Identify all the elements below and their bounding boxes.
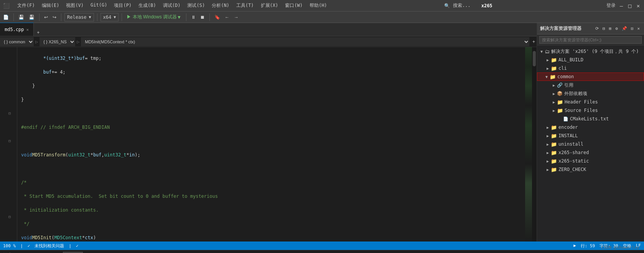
menu-tools[interactable]: 工具(T) [233,2,257,10]
x265shared-icon: 📁 [551,150,557,156]
solution-expand-arrow: ▼ [539,49,545,54]
collapse-button[interactable]: ⊟ [601,26,606,31]
build-config-dropdown[interactable]: Release ▼ [64,13,94,21]
close-button[interactable]: ✕ [636,3,641,8]
tab-close-button[interactable]: ✕ [26,27,29,32]
char-info: 字符: 30 [600,243,618,249]
nav-back-button[interactable]: ← [223,14,231,21]
run-icon: ▶ [573,243,576,249]
tree-item-allbuild[interactable]: ▶ 📁 ALL_BUILD [537,56,644,64]
tree-item-common[interactable]: ▼ 📁 common [537,72,644,81]
namespace-selector[interactable]: { } common [0,37,34,46]
solution-root-item[interactable]: ▼ 🗂 解决方案 'x265' (9 个项目，共 9 个) [537,47,644,56]
tree-item-install[interactable]: ▶ 📁 INSTALL [537,131,644,140]
nav-forward-button[interactable]: → [232,14,240,21]
tree-item-header-files[interactable]: ▶ 📁 Header Files [537,98,644,106]
error-icon: ✓ [28,243,30,248]
maximize-button[interactable]: □ [627,3,632,8]
tab-filename: md5.cpp [5,27,24,32]
menu-extensions[interactable]: 扩展(X) [258,2,282,10]
menu-build[interactable]: 生成(B) [135,2,159,10]
solution-tree: ▼ 🗂 解决方案 'x265' (9 个项目，共 9 个) ▶ 📁 ALL_BU… [537,46,644,242]
encoding-info: LF [636,243,641,249]
platform-arrow: ▼ [114,15,116,19]
references-label: 引用 [564,82,573,89]
save-button[interactable]: 💾 [17,14,26,21]
search-icon: 🔍 [444,3,450,8]
status-separator-1: | [20,243,23,248]
scope-selector[interactable]: { } X265_NS [40,37,75,46]
close-panel-button[interactable]: ✕ [636,26,641,31]
redo-button[interactable]: ↪ [51,14,58,21]
cli-label: cli [558,66,567,71]
solution-search-input[interactable] [539,36,642,44]
sync-button[interactable]: ⟳ [594,26,600,31]
header-files-label: Header Files [565,99,598,105]
solution-icon: 🗂 [545,49,550,54]
solution-explorer-title: 解决方案资源管理器 [540,25,581,32]
bookmark-button[interactable]: 🔖 [213,14,222,21]
function-selector[interactable]: MD5Init(MD5Context * ctx) [81,37,529,46]
menu-edit[interactable]: 编辑(E) [39,2,63,10]
add-editor-button[interactable]: + [531,38,537,45]
undo-button[interactable]: ↩ [43,14,49,21]
menu-debug[interactable]: 调试(D) [160,2,184,10]
uninstall-icon: 📁 [551,141,557,147]
menu-git[interactable]: Git(G) [87,2,110,10]
editor-tab-md5cpp[interactable]: md5.cpp ✕ [0,23,34,36]
platform-dropdown[interactable]: x64 ▼ [100,13,119,21]
menu-file[interactable]: 文件(F) [14,2,38,10]
menu-help[interactable]: 帮助(H) [306,2,330,10]
platform-label: x64 [103,15,112,20]
menu-analyze[interactable]: 分析(N) [209,2,232,10]
code-content[interactable]: *(uint32_t*)buf = tmp; buf += 4; } } #en… [17,47,525,242]
menu-test[interactable]: 测试(S) [184,2,208,10]
run-button[interactable]: ▶ 本地 Windows 调试器 ▼ [125,13,183,21]
source-files-icon: 📁 [557,108,563,113]
allbuild-expand-arrow: ▶ [545,58,551,62]
encoder-expand-arrow: ▶ [545,125,551,130]
sep2 [39,13,40,21]
tree-item-encoder[interactable]: ▶ 📁 encoder [537,123,644,131]
menu-project[interactable]: 项目(P) [111,2,135,10]
pin-button[interactable]: 📌 [621,26,628,31]
new-file-button[interactable]: 📄 [2,14,10,21]
cmake-label: CMakeLists.txt [570,116,609,122]
tree-item-cli[interactable]: ▶ 📁 cli [537,64,644,72]
tree-item-x265-static[interactable]: ▶ 📁 x265-static [537,157,644,165]
add-tab-button[interactable]: + [35,29,41,36]
login-button[interactable]: 登录 [606,2,616,9]
zerocheck-icon: 📁 [551,167,557,172]
attach-button[interactable]: ⏸ [189,14,197,21]
filter-button[interactable]: ⊞ [608,26,613,31]
zoom-level: 100 % [3,243,16,248]
menu-view[interactable]: 视图(V) [63,2,87,10]
code-editor: ⊟ ⊟ ⊟ ⊟ *(uint32_t*)buf = tmp; buf += 4;… [0,47,537,242]
output-source-select[interactable]: 生成 [63,252,83,253]
tree-item-source-files[interactable]: ▶ 📁 Source Files [537,106,644,115]
tree-item-external-deps[interactable]: ▶ 📦 外部依赖项 [537,89,644,98]
editor-area: md5.cpp ✕ + { } common ▷ { } X265_NS ▷ M… [0,23,537,242]
tree-item-references[interactable]: ▶ 🔗 引用 [537,81,644,89]
line-info: 行: 59 [581,243,595,249]
tree-item-zero-check[interactable]: ▶ 📁 ZERO_CHECK [537,165,644,174]
encoder-icon: 📁 [551,125,557,130]
dock-button[interactable]: ⊡ [630,26,635,31]
scroll-thumb[interactable] [533,51,536,66]
stop-button[interactable]: ⏹ [199,14,206,21]
tree-item-uninstall[interactable]: ▶ 📁 uninstall [537,140,644,148]
search-label[interactable]: 搜索... [453,2,471,9]
settings-button[interactable]: ⚙ [614,26,619,31]
sep4 [97,13,97,21]
x265static-label: x265-static [558,158,589,164]
tree-item-x265-shared[interactable]: ▶ 📁 x265-shared [537,148,644,157]
space-info: 空格 [623,243,631,249]
tree-item-cmakelists[interactable]: ▶ 📄 CMakeLists.txt [537,115,644,123]
install-label: INSTALL [558,133,578,138]
minimize-button[interactable]: — [619,3,624,8]
vertical-scrollbar[interactable] [532,47,537,242]
menu-window[interactable]: 窗口(W) [282,2,306,10]
x265static-expand-arrow: ▶ [545,159,551,163]
save-all-button[interactable]: 💾 [27,14,36,21]
zerocheck-expand-arrow: ▶ [545,168,551,172]
